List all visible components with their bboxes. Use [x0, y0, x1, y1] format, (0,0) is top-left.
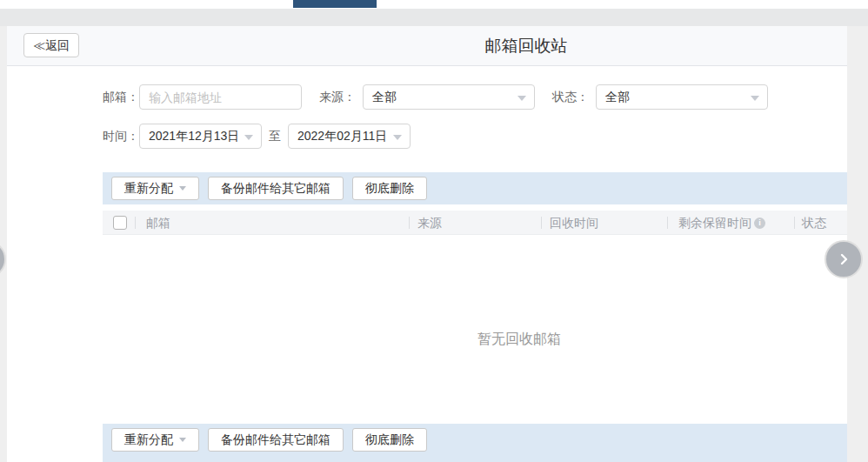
- content-panel: ≪返回 邮箱回收站 邮箱： 来源： 全部 状态： 全部 时间： 2021年12月…: [7, 26, 847, 462]
- status-select[interactable]: 全部: [596, 84, 768, 110]
- reassign-button[interactable]: 重新分配: [111, 428, 199, 452]
- reassign-button-label: 重新分配: [124, 177, 173, 199]
- action-toolbar-bottom: 重新分配 备份邮件给其它邮箱 彻底删除: [103, 424, 847, 462]
- date-end-value: 2022年02月11日: [297, 129, 387, 143]
- table-header: 邮箱 来源 回收时间 剩余保留时间 i 状态: [103, 211, 847, 235]
- backup-mail-button[interactable]: 备份邮件给其它邮箱: [208, 177, 344, 200]
- filter-row-primary: 邮箱： 来源： 全部 状态： 全部: [103, 84, 768, 110]
- chevron-down-icon: [517, 96, 526, 101]
- column-header-source: 来源: [417, 211, 442, 235]
- back-button[interactable]: ≪返回: [23, 33, 79, 57]
- empty-state-text: 暂无回收邮箱: [432, 331, 606, 349]
- chevron-right-icon: [837, 252, 851, 266]
- mailbox-recycle-page: ≪返回 邮箱回收站 邮箱： 来源： 全部 状态： 全部 时间： 2021年12月…: [0, 0, 868, 462]
- column-divider: [667, 217, 668, 229]
- top-gray-strip: [0, 9, 868, 26]
- email-filter-label: 邮箱：: [103, 90, 139, 105]
- date-range-separator: 至: [269, 129, 281, 144]
- source-select-value: 全部: [372, 90, 397, 104]
- top-strip: [0, 0, 868, 9]
- date-start-value: 2021年12月13日: [149, 129, 239, 143]
- date-start-select[interactable]: 2021年12月13日: [139, 124, 262, 149]
- carousel-next-button[interactable]: [825, 240, 863, 278]
- email-search-input[interactable]: [139, 84, 302, 110]
- chevron-down-icon: [179, 186, 186, 191]
- date-end-select[interactable]: 2022年02月11日: [288, 124, 411, 149]
- page-title: 邮箱回收站: [439, 26, 613, 66]
- info-icon[interactable]: i: [754, 218, 765, 229]
- carousel-prev-button[interactable]: [0, 240, 6, 278]
- active-tab-indicator: [293, 0, 377, 8]
- reassign-button[interactable]: 重新分配: [111, 177, 199, 200]
- backup-mail-button[interactable]: 备份邮件给其它邮箱: [208, 428, 344, 452]
- delete-forever-button[interactable]: 彻底删除: [352, 177, 427, 200]
- panel-header: ≪返回 邮箱回收站: [7, 26, 847, 66]
- status-filter-label: 状态：: [552, 90, 589, 105]
- column-divider: [135, 217, 136, 229]
- reassign-button-label: 重新分配: [124, 429, 173, 451]
- chevron-down-icon: [393, 135, 402, 140]
- column-divider: [794, 217, 795, 229]
- column-header-recycle-time: 回收时间: [550, 211, 598, 235]
- time-filter-label: 时间：: [103, 129, 139, 144]
- source-filter-label: 来源：: [319, 90, 356, 105]
- column-divider: [541, 217, 542, 229]
- filter-row-time: 时间： 2021年12月13日 至 2022年02月11日: [103, 124, 411, 149]
- source-select[interactable]: 全部: [363, 84, 535, 110]
- chevron-down-icon: [179, 438, 186, 442]
- status-select-value: 全部: [605, 90, 630, 104]
- chevron-down-icon: [751, 96, 759, 101]
- chevron-down-icon: [244, 135, 253, 140]
- column-header-retention: 剩余保留时间: [678, 211, 751, 235]
- column-divider: [409, 217, 410, 229]
- action-toolbar-top: 重新分配 备份邮件给其它邮箱 彻底删除: [103, 172, 847, 204]
- delete-forever-button[interactable]: 彻底删除: [352, 428, 427, 452]
- column-header-status: 状态: [802, 211, 826, 235]
- column-header-mailbox: 邮箱: [146, 211, 170, 235]
- select-all-checkbox[interactable]: [113, 216, 127, 230]
